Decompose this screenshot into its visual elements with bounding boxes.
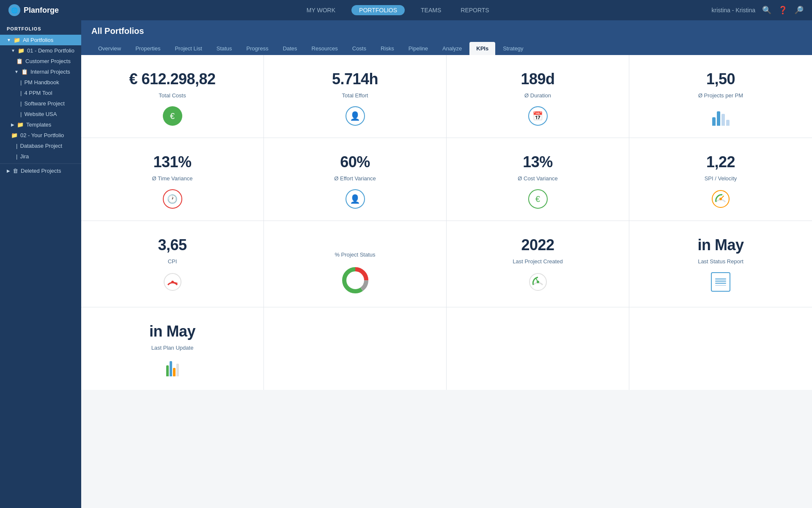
nav-teams[interactable]: TEAMS bbox=[417, 5, 444, 15]
main-area: All Portfolios Overview Properties Proje… bbox=[81, 20, 812, 508]
kpi-last-status-report: in May Last Status Report bbox=[629, 221, 812, 307]
kpi-label-cost-variance: Ø Cost Variance bbox=[518, 175, 557, 182]
logo-text: Planforge bbox=[24, 6, 59, 15]
tab-resources[interactable]: Resources bbox=[305, 42, 345, 55]
person-symbol: 👤 bbox=[350, 111, 360, 121]
sidebar-item-pm-handbook[interactable]: | PM Handbook bbox=[0, 77, 81, 88]
kpi-label-last-status: Last Status Report bbox=[698, 258, 743, 265]
tab-status[interactable]: Status bbox=[210, 42, 239, 55]
tab-kpis[interactable]: KPIs bbox=[469, 42, 495, 55]
sidebar-item-4ppm[interactable]: | 4 PPM Tool bbox=[0, 88, 81, 98]
content-header: All Portfolios Overview Properties Proje… bbox=[81, 20, 812, 55]
top-nav: 🌐 Planforge MY WORK PORTFOLIOS TEAMS REP… bbox=[0, 0, 812, 20]
kpi-label-effort-variance: Ø Effort Variance bbox=[334, 175, 376, 182]
euro-outline-icon: € bbox=[528, 189, 548, 209]
kpi-value-spi: 1,22 bbox=[706, 153, 735, 171]
svg-point-2 bbox=[719, 198, 722, 200]
tab-dates[interactable]: Dates bbox=[276, 42, 304, 55]
sidebar-label-customer: Customer Projects bbox=[25, 58, 71, 64]
kpi-value-cpi: 3,65 bbox=[158, 236, 187, 254]
speedometer-green-svg bbox=[528, 272, 548, 292]
bar-chart-icon bbox=[712, 106, 730, 126]
chevron-down-icon: ▼ bbox=[11, 48, 15, 53]
sidebar-item-deleted-projects[interactable]: ▶ 🗑 Deleted Projects bbox=[0, 166, 81, 176]
sidebar-item-templates[interactable]: ▶ 📁 Templates bbox=[0, 119, 81, 130]
donut-svg bbox=[340, 265, 370, 295]
search-icon[interactable]: 🔍 bbox=[762, 6, 771, 15]
nav-reports[interactable]: REPORTS bbox=[457, 5, 492, 15]
kpi-row-4: in May Last Plan Update bbox=[81, 307, 812, 390]
gantt-chart-icon bbox=[163, 359, 182, 378]
kpi-effort-variance: 60% Ø Effort Variance 👤 bbox=[264, 138, 447, 221]
sidebar-label-pm: PM Handbook bbox=[24, 79, 59, 86]
sidebar-item-demo-portfolio[interactable]: ▼ 📁 01 - Demo Portfolio bbox=[0, 45, 81, 56]
tab-bar: Overview Properties Project List Status … bbox=[91, 42, 802, 55]
kpi-value-time-variance: 131% bbox=[153, 153, 191, 171]
tab-pipeline[interactable]: Pipeline bbox=[402, 42, 435, 55]
sidebar-label-4ppm: 4 PPM Tool bbox=[24, 90, 52, 96]
bar-4 bbox=[726, 120, 730, 126]
kpi-row-1: € 612.298,82 Total Costs € 5.714h Total … bbox=[81, 55, 812, 138]
calendar-icon: 📅 bbox=[528, 106, 548, 126]
speedometer-orange-icon bbox=[711, 189, 730, 209]
report-line bbox=[715, 283, 726, 284]
chart-bar bbox=[170, 361, 172, 376]
nav-links: MY WORK PORTFOLIOS TEAMS REPORTS bbox=[84, 5, 712, 15]
chart-bar bbox=[176, 364, 179, 376]
svg-point-5 bbox=[171, 281, 174, 283]
euro-symbol: € bbox=[535, 194, 540, 204]
tab-strategy[interactable]: Strategy bbox=[496, 42, 530, 55]
sidebar-item-all-portfolios[interactable]: ▼ 📁 All Portfolios bbox=[0, 35, 81, 45]
report-icon bbox=[711, 272, 730, 292]
kpi-label-last-plan: Last Plan Update bbox=[151, 345, 194, 351]
nav-portfolios[interactable]: PORTFOLIOS bbox=[351, 5, 405, 15]
tab-costs[interactable]: Costs bbox=[346, 42, 373, 55]
sidebar-item-internal-projects[interactable]: ▼ 📋 Internal Projects bbox=[0, 66, 81, 77]
kpi-last-plan-update: in May Last Plan Update bbox=[81, 307, 264, 390]
sidebar-item-website-usa[interactable]: | Website USA bbox=[0, 109, 81, 119]
clock-icon: 🕐 bbox=[163, 189, 182, 209]
kpi-total-costs: € 612.298,82 Total Costs € bbox=[81, 55, 264, 138]
kpi-time-variance: 131% Ø Time Variance 🕐 bbox=[81, 138, 264, 221]
tab-risks[interactable]: Risks bbox=[374, 42, 401, 55]
kpi-value-last-status: in May bbox=[697, 236, 743, 254]
kpi-empty-4 bbox=[629, 307, 812, 390]
folder-icon: 📋 bbox=[16, 58, 23, 64]
kpi-total-effort: 5.714h Total Effort 👤 bbox=[264, 55, 447, 138]
tab-analyze[interactable]: Analyze bbox=[436, 42, 469, 55]
kpi-label-total-costs: Total Costs bbox=[159, 92, 186, 99]
sidebar-label-all-portfolios: All Portfolios bbox=[23, 37, 53, 43]
cal-symbol: 📅 bbox=[532, 111, 543, 121]
tab-overview[interactable]: Overview bbox=[91, 42, 128, 55]
sidebar-item-customer-projects[interactable]: 📋 Customer Projects bbox=[0, 56, 81, 66]
bar-3 bbox=[721, 114, 725, 126]
kpi-label-spi: SPI / Velocity bbox=[705, 175, 737, 182]
user-label[interactable]: kristina - Kristina bbox=[712, 7, 755, 14]
sidebar-label-your-portfolio: 02 - Your Portfolio bbox=[20, 132, 64, 138]
sidebar-item-software-project[interactable]: | Software Project bbox=[0, 98, 81, 109]
settings-icon[interactable]: 🔎 bbox=[794, 6, 804, 15]
kpi-value-duration: 189d bbox=[521, 70, 554, 88]
kpi-label-status: % Project Status bbox=[335, 251, 375, 258]
logo[interactable]: 🌐 Planforge bbox=[8, 4, 59, 16]
tab-progress[interactable]: Progress bbox=[240, 42, 275, 55]
nav-my-work[interactable]: MY WORK bbox=[303, 5, 339, 15]
chevron-down-icon: ▼ bbox=[14, 69, 19, 74]
document-icon: | bbox=[20, 111, 22, 117]
folder-icon: 📁 bbox=[11, 132, 18, 138]
help-icon[interactable]: ❓ bbox=[778, 6, 787, 15]
tab-project-list[interactable]: Project List bbox=[168, 42, 208, 55]
sidebar: PORTFOLIOS ▼ 📁 All Portfolios ▼ 📁 01 - D… bbox=[0, 20, 81, 508]
bar-1 bbox=[712, 117, 716, 126]
page-title: All Portfolios bbox=[91, 26, 802, 36]
sidebar-item-jira[interactable]: | Jira bbox=[0, 151, 81, 162]
sidebar-item-database-project[interactable]: | Database Project bbox=[0, 141, 81, 151]
document-icon: | bbox=[20, 79, 22, 86]
sidebar-label-software: Software Project bbox=[24, 100, 64, 107]
kpi-value-last-project: 2022 bbox=[521, 236, 554, 254]
tab-properties[interactable]: Properties bbox=[129, 42, 167, 55]
kpi-row-2: 131% Ø Time Variance 🕐 60% Ø Effort Vari… bbox=[81, 138, 812, 221]
person-icon: 👤 bbox=[346, 106, 365, 126]
kpi-value-effort-variance: 60% bbox=[340, 153, 370, 171]
sidebar-item-your-portfolio[interactable]: 📁 02 - Your Portfolio bbox=[0, 130, 81, 141]
